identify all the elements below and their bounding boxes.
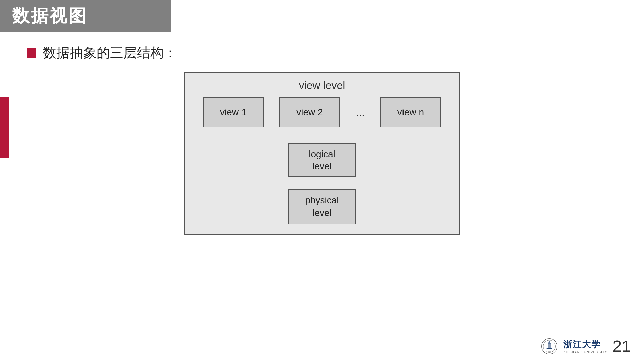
- view-box-1: view 1: [203, 97, 264, 127]
- university-crest-icon: ZJU: [541, 338, 558, 355]
- bullet-row: 数据抽象的三层结构：: [27, 44, 624, 62]
- university-name-chinese: 浙江大学: [563, 339, 601, 350]
- line-logical-physical: [322, 177, 322, 189]
- svg-text:ZJU: ZJU: [548, 351, 551, 353]
- logical-level-label: logical level: [309, 148, 335, 173]
- connector-view-to-logical: logical level physical level: [195, 134, 449, 224]
- line-view-logical: [322, 134, 322, 143]
- university-name-block: 浙江大学 ZHEJIANG UNIVERSITY: [563, 339, 607, 354]
- logical-level-box: logical level: [288, 143, 356, 177]
- svg-rect-3: [548, 344, 551, 348]
- svg-marker-2: [548, 341, 551, 344]
- physical-level-label: physical level: [305, 194, 339, 219]
- diagram-outer-box: view level view 1 view 2 ... view n logi…: [184, 72, 460, 235]
- university-logo: ZJU: [541, 338, 558, 355]
- bullet-icon: [27, 48, 36, 58]
- diagram-wrapper: view level view 1 view 2 ... view n logi…: [20, 72, 624, 235]
- left-accent-red-bar: [0, 97, 9, 158]
- slide-title: 数据视图: [12, 4, 87, 28]
- page-number: 21: [613, 337, 631, 355]
- physical-level-box: physical level: [288, 189, 356, 224]
- bullet-text: 数据抽象的三层结构：: [43, 44, 177, 62]
- view-box-2: view 2: [279, 97, 340, 127]
- view-boxes-row: view 1 view 2 ... view n: [195, 97, 449, 127]
- view-box-n: view n: [380, 97, 441, 127]
- university-name-english: ZHEJIANG UNIVERSITY: [563, 350, 607, 354]
- left-accent-bar: [0, 0, 9, 362]
- title-bar: 数据视图: [0, 0, 171, 32]
- view-level-label: view level: [195, 79, 449, 92]
- main-content: 数据抽象的三层结构： view level view 1 view 2 ... …: [20, 44, 624, 335]
- ellipsis-dots: ...: [356, 106, 365, 119]
- footer: ZJU 浙江大学 ZHEJIANG UNIVERSITY 21: [541, 337, 631, 355]
